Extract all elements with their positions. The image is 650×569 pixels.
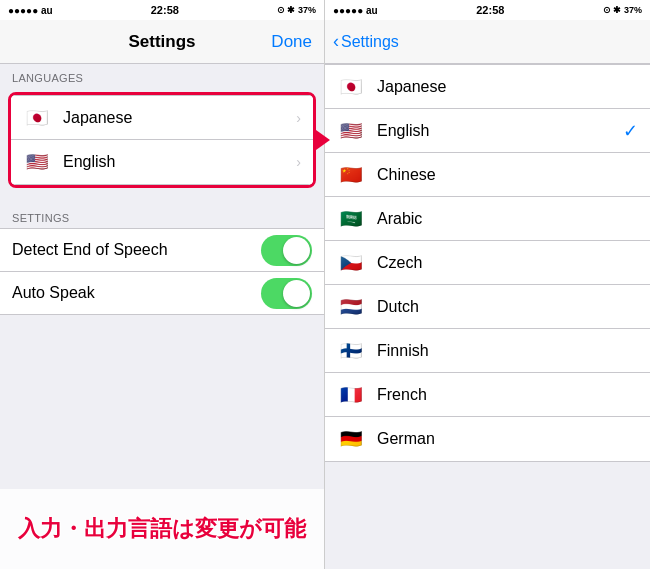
list-item-german[interactable]: 🇩🇪 German xyxy=(325,417,650,461)
right-status-bar: ●●●●● au 22:58 ⊙ ✱ 37% xyxy=(325,0,650,20)
cz-flag-icon: 🇨🇿 xyxy=(337,253,365,273)
done-button[interactable]: Done xyxy=(271,32,312,52)
japanese-label: Japanese xyxy=(63,109,292,127)
toggle-knob-2 xyxy=(283,280,310,307)
list-item-english[interactable]: 🇺🇸 English ✓ xyxy=(325,109,650,153)
list-item-czech[interactable]: 🇨🇿 Czech xyxy=(325,241,650,285)
jp-flag-icon: 🇯🇵 xyxy=(337,77,365,97)
left-status-bar: ●●●●● au 22:58 ⊙ ✱ 37% xyxy=(0,0,324,20)
list-item-french[interactable]: 🇫🇷 French xyxy=(325,373,650,417)
jp-label: Japanese xyxy=(377,78,638,96)
fi-flag-icon: 🇫🇮 xyxy=(337,341,365,361)
detect-end-of-speech-toggle[interactable] xyxy=(261,235,312,266)
japanese-chevron-icon: › xyxy=(296,110,301,126)
right-time: 22:58 xyxy=(476,4,504,16)
cz-label: Czech xyxy=(377,254,638,272)
fr-flag-icon: 🇫🇷 xyxy=(337,385,365,405)
back-button[interactable]: ‹ Settings xyxy=(333,31,399,52)
list-item-chinese[interactable]: 🇨🇳 Chinese xyxy=(325,153,650,197)
arrow-right-icon xyxy=(316,130,330,150)
us-label: English xyxy=(377,122,619,140)
languages-highlight-box: 🇯🇵 Japanese › 🇺🇸 English › xyxy=(8,92,316,188)
checkmark-icon: ✓ xyxy=(623,120,638,142)
auto-speak-label: Auto Speak xyxy=(12,284,261,302)
detect-end-of-speech-item[interactable]: Detect End of Speech xyxy=(0,228,324,272)
right-nav-bar[interactable]: ‹ Settings xyxy=(325,20,650,64)
back-chevron-icon: ‹ xyxy=(333,31,339,52)
auto-speak-item[interactable]: Auto Speak xyxy=(0,271,324,315)
right-panel: ●●●●● au 22:58 ⊙ ✱ 37% ‹ Settings 🇯🇵 Jap… xyxy=(325,0,650,569)
nl-flag-icon: 🇳🇱 xyxy=(337,297,365,317)
left-nav-title: Settings xyxy=(128,32,195,52)
list-item[interactable]: 🇺🇸 English › xyxy=(11,140,313,184)
left-icons: ⊙ ✱ 37% xyxy=(277,5,316,15)
left-carrier: ●●●●● au xyxy=(8,5,53,16)
sa-flag-icon: 🇸🇦 xyxy=(337,209,365,229)
fi-label: Finnish xyxy=(377,342,638,360)
right-languages-list: 🇯🇵 Japanese 🇺🇸 English ✓ 🇨🇳 Chinese 🇸🇦 A… xyxy=(325,64,650,462)
settings-section-header: SETTINGS xyxy=(0,204,324,228)
list-item-dutch[interactable]: 🇳🇱 Dutch xyxy=(325,285,650,329)
left-content: LANGUAGES 🇯🇵 Japanese › 🇺🇸 English › xyxy=(0,64,324,569)
left-nav-bar: Settings Done xyxy=(0,20,324,64)
left-panel: ●●●●● au 22:58 ⊙ ✱ 37% Settings Done LAN… xyxy=(0,0,325,569)
english-chevron-icon: › xyxy=(296,154,301,170)
auto-speak-toggle[interactable] xyxy=(261,278,312,309)
list-item-japanese[interactable]: 🇯🇵 Japanese xyxy=(325,65,650,109)
japanese-flag-icon: 🇯🇵 xyxy=(23,108,51,128)
back-label: Settings xyxy=(341,33,399,51)
list-item-finnish[interactable]: 🇫🇮 Finnish xyxy=(325,329,650,373)
fr-label: French xyxy=(377,386,638,404)
list-item-arabic[interactable]: 🇸🇦 Arabic xyxy=(325,197,650,241)
sa-label: Arabic xyxy=(377,210,638,228)
english-label: English xyxy=(63,153,292,171)
right-icons: ⊙ ✱ 37% xyxy=(603,5,642,15)
languages-list: 🇯🇵 Japanese › 🇺🇸 English › xyxy=(11,95,313,185)
bottom-overlay: 入力・出力言語は変更が可能 xyxy=(0,489,324,569)
us-flag-icon: 🇺🇸 xyxy=(337,121,365,141)
cn-flag-icon: 🇨🇳 xyxy=(337,165,365,185)
nl-label: Dutch xyxy=(377,298,638,316)
languages-section-header: LANGUAGES xyxy=(0,64,324,88)
de-flag-icon: 🇩🇪 xyxy=(337,429,365,449)
detect-end-of-speech-label: Detect End of Speech xyxy=(12,241,261,259)
overlay-text: 入力・出力言語は変更が可能 xyxy=(18,514,306,544)
toggle-knob xyxy=(283,237,310,264)
left-time: 22:58 xyxy=(151,4,179,16)
settings-section: SETTINGS Detect End of Speech Auto Speak xyxy=(0,204,324,315)
english-flag-icon: 🇺🇸 xyxy=(23,152,51,172)
list-item[interactable]: 🇯🇵 Japanese › xyxy=(11,96,313,140)
de-label: German xyxy=(377,430,638,448)
cn-label: Chinese xyxy=(377,166,638,184)
right-carrier: ●●●●● au xyxy=(333,5,378,16)
language-scroll-list[interactable]: 🇯🇵 Japanese 🇺🇸 English ✓ 🇨🇳 Chinese 🇸🇦 A… xyxy=(325,64,650,569)
